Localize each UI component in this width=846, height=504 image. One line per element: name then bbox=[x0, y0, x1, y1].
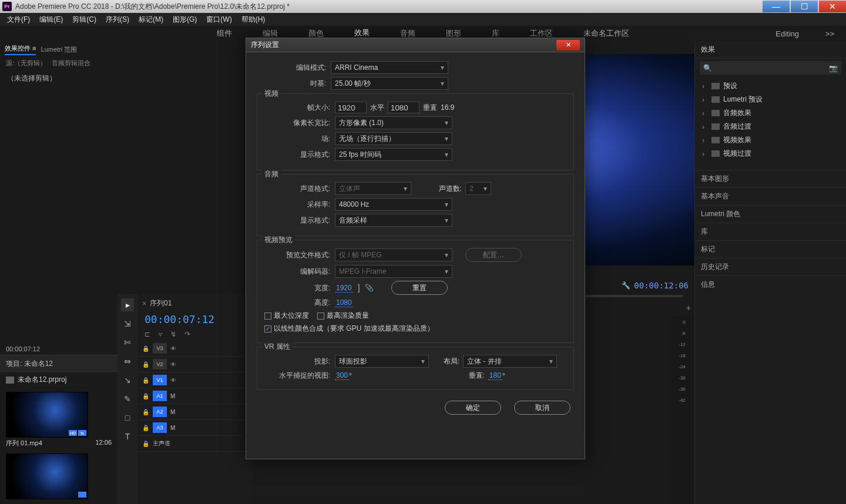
timeline-timecode[interactable]: 00:00:07:12 bbox=[137, 311, 253, 328]
track-a1[interactable]: A1 bbox=[153, 391, 167, 401]
program-right-timecode[interactable]: 00:00:12:06 bbox=[634, 281, 689, 290]
tab-lumetri-scopes[interactable]: Lumetri 范围 bbox=[41, 45, 77, 54]
seq-close-icon[interactable]: × bbox=[142, 300, 146, 308]
panel-lumetri-color[interactable]: Lumetri 颜色 bbox=[695, 205, 846, 223]
tool-hand[interactable]: □ bbox=[121, 411, 134, 424]
track-v1[interactable]: V1 bbox=[153, 375, 167, 385]
new-bin-icon[interactable]: 📷 bbox=[829, 64, 838, 72]
lock-icon[interactable]: 🔒 bbox=[142, 377, 149, 384]
preview-height-link[interactable]: 1080 bbox=[335, 298, 353, 307]
layout-dropdown[interactable]: 立体 - 并排 bbox=[463, 355, 557, 368]
wrench-icon[interactable]: 🔧 bbox=[622, 281, 630, 290]
fx-video-transitions[interactable]: ›视频过渡 bbox=[695, 147, 846, 160]
clip-name-1[interactable]: 序列 01.mp4 bbox=[6, 439, 42, 448]
timebase-dropdown[interactable]: 25.00 帧/秒 bbox=[331, 77, 448, 90]
tool-razor[interactable]: ⇔ bbox=[121, 355, 134, 368]
eye-icon[interactable]: 👁 bbox=[170, 345, 176, 352]
tl-marker-icon[interactable]: ▿ bbox=[159, 330, 162, 338]
fx-video-effects[interactable]: ›视频效果 bbox=[695, 133, 846, 147]
track-a2[interactable]: A2 bbox=[153, 406, 167, 417]
checkbox-linear-color[interactable]: ✓以线性颜色合成（要求 GPU 加速或最高渲染品质） bbox=[264, 324, 434, 334]
projection-dropdown[interactable]: 球面投影 bbox=[335, 355, 429, 368]
track-v2[interactable]: V2 bbox=[153, 359, 167, 369]
frame-height-input[interactable] bbox=[388, 102, 419, 113]
menu-help[interactable]: 帮助(H) bbox=[238, 14, 269, 26]
tool-track-select[interactable]: ⇲ bbox=[121, 317, 134, 330]
fx-audio-transitions[interactable]: ›音频过渡 bbox=[695, 120, 846, 133]
sample-rate-dropdown[interactable]: 48000 Hz bbox=[335, 198, 452, 211]
lock-icon[interactable]: 🔒 bbox=[142, 425, 149, 431]
menu-marker[interactable]: 标记(M) bbox=[135, 14, 167, 26]
tl-settings-icon[interactable]: ↷ bbox=[184, 330, 190, 338]
panel-history[interactable]: 历史记录 bbox=[695, 258, 846, 275]
menu-sequence[interactable]: 序列(S) bbox=[102, 14, 133, 26]
clip-thumbnail-2[interactable] bbox=[6, 453, 88, 499]
edit-mode-dropdown[interactable]: ARRI Cinema bbox=[331, 61, 448, 74]
tool-ripple[interactable]: ✄ bbox=[121, 336, 134, 349]
frame-width-input[interactable] bbox=[335, 102, 367, 113]
effects-panel-title[interactable]: 效果 bbox=[695, 41, 846, 59]
tab-audio-mixer[interactable]: 音频剪辑混合 bbox=[52, 59, 90, 66]
ws-assembly[interactable]: 组件 bbox=[213, 26, 236, 41]
eye-icon[interactable]: 👁 bbox=[170, 361, 176, 368]
lock-icon[interactable]: 🔒 bbox=[142, 361, 149, 368]
reset-button[interactable]: 重置 bbox=[391, 281, 448, 295]
tool-pen[interactable]: ✎ bbox=[121, 392, 134, 405]
tool-type[interactable]: T bbox=[121, 430, 134, 443]
lock-icon[interactable]: 🔒 bbox=[142, 409, 149, 415]
sequence-tab[interactable]: 序列01 bbox=[150, 298, 172, 308]
panel-markers[interactable]: 标记 bbox=[695, 240, 846, 258]
mute-icon[interactable]: M bbox=[170, 393, 175, 399]
eye-icon[interactable]: 👁 bbox=[170, 377, 176, 384]
fx-lumetri-presets[interactable]: ›Lumetri 预设 bbox=[695, 93, 846, 106]
fx-presets[interactable]: ›预设 bbox=[695, 79, 846, 93]
panel-info[interactable]: 信息 bbox=[695, 275, 846, 293]
track-a3[interactable]: A3 bbox=[153, 422, 167, 433]
effects-search-input[interactable] bbox=[716, 63, 825, 72]
ws-editing-en[interactable]: Editing bbox=[776, 29, 799, 38]
project-panel-tab[interactable]: 项目: 未命名12 bbox=[0, 355, 118, 372]
track-master[interactable]: 主声道 bbox=[153, 439, 170, 448]
ws-more-button[interactable]: >> bbox=[825, 29, 834, 38]
tool-selection[interactable]: ▸ bbox=[121, 298, 134, 311]
lock-icon[interactable]: 🔒 bbox=[142, 393, 149, 399]
panel-libraries[interactable]: 库 bbox=[695, 223, 846, 240]
menu-edit[interactable]: 编辑(E) bbox=[36, 14, 66, 26]
link-icon[interactable]: 📎 bbox=[365, 284, 374, 292]
panel-essential-graphics[interactable]: 基本图形 bbox=[695, 170, 846, 187]
dialog-close-button[interactable]: ✕ bbox=[556, 40, 580, 51]
display-format-dropdown[interactable]: 25 fps 时间码 bbox=[335, 148, 452, 161]
v-capture-value[interactable]: 180 bbox=[488, 371, 502, 380]
tl-snap-icon[interactable]: ⊏ bbox=[145, 330, 150, 338]
tab-source[interactable]: 源:（无剪辑） bbox=[6, 59, 46, 66]
audio-display-dropdown[interactable]: 音频采样 bbox=[335, 214, 452, 227]
checkbox-max-quality[interactable]: 最高渲染质量 bbox=[317, 311, 369, 321]
window-maximize-button[interactable]: ☐ bbox=[791, 1, 818, 12]
mute-icon[interactable]: M bbox=[170, 409, 175, 415]
par-dropdown[interactable]: 方形像素 (1.0) bbox=[335, 116, 452, 129]
checkbox-max-depth[interactable]: 最大位深度 bbox=[264, 311, 309, 321]
fx-audio-effects[interactable]: ›音频效果 bbox=[695, 106, 846, 120]
mute-icon[interactable]: M bbox=[170, 425, 175, 431]
panel-essential-sound[interactable]: 基本声音 bbox=[695, 187, 846, 205]
lock-icon[interactable]: 🔒 bbox=[142, 441, 149, 447]
tool-slip[interactable]: ↘ bbox=[121, 374, 134, 387]
fields-dropdown[interactable]: 无场（逐行扫描） bbox=[335, 132, 452, 145]
preview-width-link[interactable]: 1920 bbox=[335, 284, 353, 293]
lock-icon[interactable]: 🔒 bbox=[142, 345, 149, 352]
button-editor-icon[interactable]: + bbox=[686, 303, 691, 313]
menu-graphics[interactable]: 图形(G) bbox=[169, 14, 200, 26]
menu-clip[interactable]: 剪辑(C) bbox=[69, 14, 100, 26]
cancel-button[interactable]: 取消 bbox=[514, 401, 570, 415]
tl-link-icon[interactable]: ↯ bbox=[170, 330, 176, 338]
ws-unnamed[interactable]: 未命名工作区 bbox=[580, 26, 633, 41]
track-v3[interactable]: V3 bbox=[153, 343, 167, 354]
tab-effect-controls[interactable]: 效果控件 ≡ bbox=[5, 44, 36, 55]
window-close-button[interactable]: ✕ bbox=[819, 1, 846, 12]
ok-button[interactable]: 确定 bbox=[445, 401, 501, 415]
window-minimize-button[interactable]: — bbox=[763, 1, 790, 12]
clip-thumbnail-1[interactable]: HDfx bbox=[6, 392, 88, 438]
h-capture-value[interactable]: 300 bbox=[335, 371, 349, 380]
menu-window[interactable]: 窗口(W) bbox=[203, 14, 235, 26]
menu-file[interactable]: 文件(F) bbox=[4, 14, 33, 26]
